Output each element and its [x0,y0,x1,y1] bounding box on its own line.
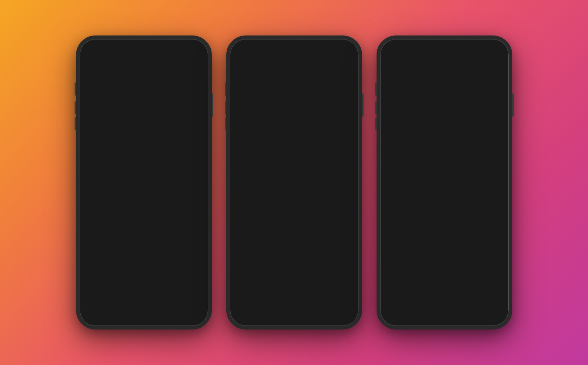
friend-avatar: 👨‍🦱 [236,143,252,159]
sent-list-item: 👨‍🦱•••a0l•••eSent [391,150,498,175]
phone-screen-3: 9:41 ▲ ‹ ✓ Requests sent If both friends… [380,39,509,326]
screen1-subtitle: Send a request to friends to help you ge… [91,116,197,130]
done-button[interactable]: Done [391,278,498,295]
sent-list-item: 👨•••da•••l•Sent [391,175,498,200]
step-item-3: 📞 We recommend you call or text both fri… [91,195,197,216]
friend-check-icon[interactable] [345,217,353,225]
notch-1 [115,39,173,50]
screen1-actions: Next Try another way [80,280,208,314]
notification-text: lindy.hong can't access their account. T… [261,109,347,122]
friend-list: 👨‍🦱•••a0l•••e✓👨•••da•••l•✓👩•••als•👩‍🦱•••… [230,139,358,280]
phone-3: 9:41 ▲ ‹ ✓ Requests sent If both friends… [377,35,512,330]
try-another-way-1[interactable]: Try another way [125,302,163,314]
phone-call-icon: 📞 [91,195,100,204]
shield-icon: ✓ [138,86,149,98]
status-icons-3: ▲ [476,48,498,53]
friend-check-icon[interactable]: ✓ [345,170,353,178]
friend-name: •••als• [256,195,345,201]
battery-icon-1 [190,48,198,53]
friend-list-item[interactable]: 👨‍🦱•••a0l•••e✓ [236,139,353,163]
sent-status: Sent [488,160,498,165]
home-bar-3 [380,314,509,326]
friend-list-item[interactable]: 👩‍🦱•••seu•••976 [236,210,353,233]
notification-avatar: 👩 [241,108,257,123]
notification-preview-label: Notification preview [230,131,358,136]
step-item-2: ≡ Choose 2 friends on Instagram who can … [91,168,197,190]
phone-1: 9:41 ▲ ‹ 😊 😄 ✓ [76,35,212,330]
back-button-1[interactable]: ‹ [85,58,88,67]
key-icon: 🗝️ [91,149,100,159]
notif-time: 1m [317,116,324,121]
wifi-icon-3: ▲ [484,48,489,53]
next-button-2[interactable]: Next [241,284,348,301]
signal-bars-3 [476,48,483,53]
home-bar-line-3 [423,319,466,321]
notification-preview-card: 👩 lindy.hong can't access their account.… [236,103,353,128]
screen2-body: Choose 2 friends When you send your requ… [230,55,358,280]
wifi-icon-1: ▲ [184,48,188,53]
face-right-icon: 😄 [146,70,164,87]
back-button-2[interactable]: ‹ [236,58,238,67]
wifi-icon-2: ▲ [334,48,339,53]
friend-name: ••f [256,242,345,248]
friend-avatar: 👨 [236,166,252,182]
friend-check-icon[interactable] [345,194,353,202]
home-bar-line-1 [122,319,165,321]
friend-list-item[interactable]: 👩‍🦰••f [236,233,353,257]
signal-bars-1 [176,48,182,53]
phone-screen-1: 9:41 ▲ ‹ 😊 😄 ✓ [80,39,208,326]
success-circle-icon: ✓ [430,66,459,95]
friend-avatar: 👩‍🦰 [236,237,252,253]
friend-name: •••seu•••976 [256,218,345,224]
status-icons-1: ▲ [176,48,198,53]
friend-avatar: 👩 [236,190,252,206]
signal-bars-2 [326,48,332,53]
notch-3 [415,39,473,50]
phone-screen-2: 9:41 ▲ ‹ Choose 2 friends When you send … [230,39,358,326]
list-icon: ≡ [91,168,100,178]
shield-check-icon: ✓ [142,89,146,95]
home-bar-line-2 [272,319,316,321]
friend-check-icon[interactable] [345,241,353,249]
screen3-body-text: If both friends confirm within 24 hours,… [391,114,498,143]
friend-list-item[interactable]: 👨•••da•••l•✓ [236,163,353,186]
screen2-subtitle: When you send your requests for help, th… [241,77,348,97]
screen1-content: ‹ 😊 😄 ✓ Request help from friends Send a… [80,55,208,314]
friend-list-item[interactable]: 👩•••als• [236,186,353,210]
home-bar-1 [80,314,208,326]
screen3-footer: From the login screen, you can easily ge… [391,301,498,314]
screen1-body: 😊 😄 ✓ Request help from friends Send a r… [80,55,208,280]
how-this-works-title: How this works [122,137,165,143]
battery-icon-3 [491,48,499,53]
sent-avatar: 👨 [391,180,407,196]
sent-avatar: 👨‍🦱 [391,155,407,171]
screen2-header: Choose 2 friends When you send your requ… [230,55,358,103]
screen3-body: ✓ Requests sent If both friends confirm … [380,55,509,274]
status-time-1: 9:41 [90,47,101,53]
screen3-content: ‹ ✓ Requests sent If both friends confir… [380,55,509,314]
screen2-title: Choose 2 friends [241,66,348,74]
checkmark-icon: ✓ [439,73,450,88]
screen2-actions: Next Try another way [230,280,358,314]
status-time-3: 9:41 [390,47,401,53]
steps-list: 🗝️ Enter a previous password that you've… [91,149,197,216]
notch-2 [265,39,323,50]
screen2-content: ‹ Choose 2 friends When you send your re… [230,55,358,314]
friend-name: •••da•••l• [256,171,345,177]
screen3-actions: Done From the login screen, you can easi… [380,274,509,314]
battery-icon-2 [340,48,348,53]
step-text-1: Enter a previous password that you've us… [105,149,197,163]
step-text-2: Choose 2 friends on Instagram who can co… [105,168,197,190]
sent-friend-name: •••da•••l• [411,185,488,190]
sent-friend-name: •••a0l•••e [411,160,488,165]
try-another-way-2[interactable]: Try another way [275,302,314,314]
status-time-2: 9:41 [240,47,251,53]
friend-check-icon[interactable]: ✓ [345,147,353,155]
back-button-3[interactable]: ‹ [386,58,388,67]
next-button-1[interactable]: Next [91,284,197,301]
friend-name: •••a0l•••e [256,148,345,154]
sent-status: Sent [488,185,498,190]
home-bar-2 [230,314,358,326]
notif-user: lindy.hong [261,109,285,114]
screen3-title: Requests sent [417,101,471,110]
